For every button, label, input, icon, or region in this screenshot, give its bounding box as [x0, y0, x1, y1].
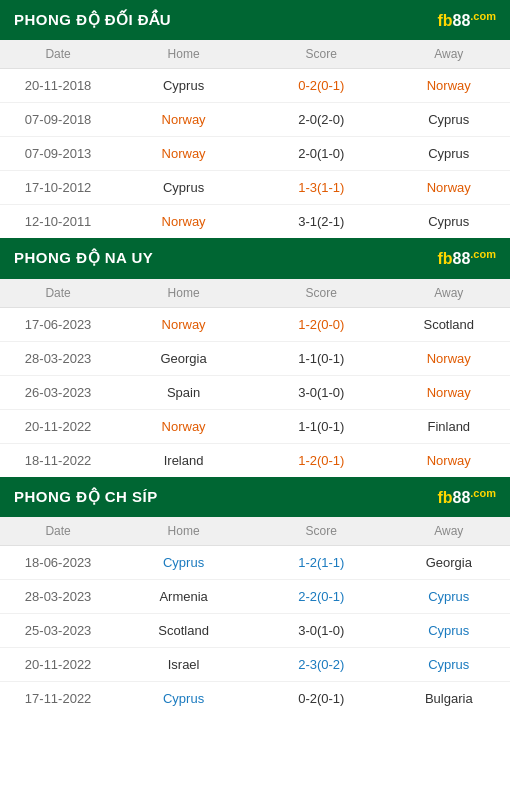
col-header-home: Home: [112, 286, 255, 300]
row-away: Bulgaria: [388, 691, 510, 706]
table-row: 25-03-2023Scotland3-0(1-0)Cyprus: [0, 614, 510, 648]
row-home: Ireland: [112, 453, 255, 468]
section-header-head-to-head: PHONG ĐỘ ĐỐI ĐẦU fb88.com: [0, 0, 510, 40]
row-away[interactable]: Cyprus: [388, 589, 510, 604]
row-date: 07-09-2018: [0, 112, 112, 127]
col-header-away: Away: [388, 524, 510, 538]
row-home: Georgia: [112, 351, 255, 366]
row-away[interactable]: Norway: [388, 78, 510, 93]
col-header-score: Score: [255, 524, 388, 538]
row-home: Scotland: [112, 623, 255, 638]
row-away: Georgia: [388, 555, 510, 570]
table-row: 28-03-2023Armenia2-2(0-1)Cyprus: [0, 580, 510, 614]
row-home: Spain: [112, 385, 255, 400]
row-score: 1-2(1-1): [255, 555, 388, 570]
row-date: 17-06-2023: [0, 317, 112, 332]
row-date: 20-11-2018: [0, 78, 112, 93]
row-score: 3-1(2-1): [255, 214, 388, 229]
section-title: PHONG ĐỘ CH SÍP: [14, 488, 158, 506]
row-score: 2-2(0-1): [255, 589, 388, 604]
col-header-date: Date: [0, 47, 112, 61]
section-header-norway-form: PHONG ĐỘ NA UY fb88.com: [0, 238, 510, 278]
table-row: 28-03-2023Georgia1-1(0-1)Norway: [0, 342, 510, 376]
col-header-home: Home: [112, 524, 255, 538]
row-home: Armenia: [112, 589, 255, 604]
col-header-score: Score: [255, 47, 388, 61]
table-row: 26-03-2023Spain3-0(1-0)Norway: [0, 376, 510, 410]
table-row: 07-09-2013Norway2-0(1-0)Cyprus: [0, 137, 510, 171]
row-home[interactable]: Norway: [112, 112, 255, 127]
column-headers: DateHomeScoreAway: [0, 517, 510, 546]
row-date: 12-10-2011: [0, 214, 112, 229]
row-away[interactable]: Norway: [388, 385, 510, 400]
row-score: 2-3(0-2): [255, 657, 388, 672]
row-home: Cyprus: [112, 180, 255, 195]
row-away[interactable]: Norway: [388, 180, 510, 195]
row-score: 2-0(2-0): [255, 112, 388, 127]
row-date: 25-03-2023: [0, 623, 112, 638]
row-score: 0-2(0-1): [255, 78, 388, 93]
table-row: 18-11-2022Ireland1-2(0-1)Norway: [0, 444, 510, 477]
row-date: 18-06-2023: [0, 555, 112, 570]
table-row: 17-11-2022Cyprus0-2(0-1)Bulgaria: [0, 682, 510, 715]
row-home[interactable]: Norway: [112, 419, 255, 434]
row-home: Israel: [112, 657, 255, 672]
col-header-score: Score: [255, 286, 388, 300]
row-home[interactable]: Norway: [112, 214, 255, 229]
section-header-cyprus-form: PHONG ĐỘ CH SÍP fb88.com: [0, 477, 510, 517]
row-home[interactable]: Norway: [112, 146, 255, 161]
row-home[interactable]: Cyprus: [112, 555, 255, 570]
section-title: PHONG ĐỘ ĐỐI ĐẦU: [14, 11, 171, 29]
row-away[interactable]: Cyprus: [388, 623, 510, 638]
row-date: 26-03-2023: [0, 385, 112, 400]
row-score: 1-2(0-1): [255, 453, 388, 468]
row-home: Cyprus: [112, 78, 255, 93]
col-header-date: Date: [0, 286, 112, 300]
row-score: 2-0(1-0): [255, 146, 388, 161]
row-score: 1-1(0-1): [255, 419, 388, 434]
section-title: PHONG ĐỘ NA UY: [14, 249, 153, 267]
row-score: 3-0(1-0): [255, 385, 388, 400]
row-date: 20-11-2022: [0, 657, 112, 672]
col-header-home: Home: [112, 47, 255, 61]
row-away: Cyprus: [388, 112, 510, 127]
col-header-away: Away: [388, 286, 510, 300]
row-date: 18-11-2022: [0, 453, 112, 468]
table-row: 07-09-2018Norway2-0(2-0)Cyprus: [0, 103, 510, 137]
table-row: 17-06-2023Norway1-2(0-0)Scotland: [0, 308, 510, 342]
row-home[interactable]: Norway: [112, 317, 255, 332]
table-row: 12-10-2011Norway3-1(2-1)Cyprus: [0, 205, 510, 238]
logo: fb88.com: [437, 10, 496, 30]
row-away: Cyprus: [388, 214, 510, 229]
row-away[interactable]: Cyprus: [388, 657, 510, 672]
row-date: 20-11-2022: [0, 419, 112, 434]
row-score: 3-0(1-0): [255, 623, 388, 638]
row-score: 1-3(1-1): [255, 180, 388, 195]
row-date: 17-11-2022: [0, 691, 112, 706]
table-cyprus-form: DateHomeScoreAway18-06-2023Cyprus1-2(1-1…: [0, 517, 510, 715]
table-row: 17-10-2012Cyprus1-3(1-1)Norway: [0, 171, 510, 205]
column-headers: DateHomeScoreAway: [0, 40, 510, 69]
table-row: 20-11-2018Cyprus0-2(0-1)Norway: [0, 69, 510, 103]
row-away: Scotland: [388, 317, 510, 332]
column-headers: DateHomeScoreAway: [0, 279, 510, 308]
table-row: 20-11-2022Israel2-3(0-2)Cyprus: [0, 648, 510, 682]
col-header-away: Away: [388, 47, 510, 61]
row-date: 07-09-2013: [0, 146, 112, 161]
table-row: 18-06-2023Cyprus1-2(1-1)Georgia: [0, 546, 510, 580]
logo: fb88.com: [437, 248, 496, 268]
row-score: 1-1(0-1): [255, 351, 388, 366]
row-home[interactable]: Cyprus: [112, 691, 255, 706]
row-date: 17-10-2012: [0, 180, 112, 195]
logo: fb88.com: [437, 487, 496, 507]
row-date: 28-03-2023: [0, 589, 112, 604]
row-score: 1-2(0-0): [255, 317, 388, 332]
row-score: 0-2(0-1): [255, 691, 388, 706]
table-row: 20-11-2022Norway1-1(0-1)Finland: [0, 410, 510, 444]
row-date: 28-03-2023: [0, 351, 112, 366]
row-away[interactable]: Norway: [388, 453, 510, 468]
row-away[interactable]: Norway: [388, 351, 510, 366]
col-header-date: Date: [0, 524, 112, 538]
row-away: Finland: [388, 419, 510, 434]
table-head-to-head: DateHomeScoreAway20-11-2018Cyprus0-2(0-1…: [0, 40, 510, 238]
